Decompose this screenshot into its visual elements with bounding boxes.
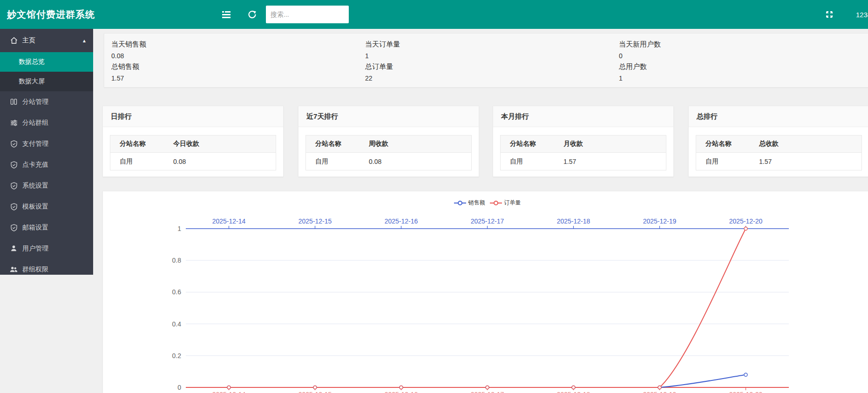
svg-text:2025-12-15: 2025-12-15 bbox=[298, 391, 332, 393]
sidebar-nav: 主页 ▲ 数据总览 数据大屏 分站管理 分站群组 支付管理 bbox=[0, 29, 93, 275]
ranking-table-header: 分站名称 月收款 bbox=[501, 136, 666, 153]
col-site-name: 分站名称 bbox=[501, 140, 563, 148]
shield-check-icon bbox=[10, 161, 18, 169]
sales-orders-line-chart: 00.20.40.60.812025-12-142025-12-152025-1… bbox=[103, 191, 868, 393]
table-row: 自用 0.08 bbox=[306, 153, 471, 170]
sidebar-item-label: 用户管理 bbox=[22, 244, 48, 253]
sidebar-item-label: 分站群组 bbox=[22, 119, 48, 127]
col-site-name: 分站名称 bbox=[306, 140, 369, 148]
sliders-icon bbox=[10, 119, 18, 127]
top-header: 妙文馆付费进群系统 12345 bbox=[0, 0, 868, 29]
cell-amount: 1.57 bbox=[759, 158, 861, 165]
sidebar-item-label: 系统设置 bbox=[22, 182, 48, 190]
cell-site-name: 自用 bbox=[110, 157, 173, 166]
sidebar-item-payment-manage[interactable]: 支付管理 bbox=[0, 133, 93, 154]
cell-amount: 1.57 bbox=[563, 158, 666, 165]
stat-total-orders: 总订单量 22 bbox=[365, 61, 619, 84]
stat-today-new-users: 当天新用户数 0 bbox=[619, 39, 868, 61]
shield-check-icon bbox=[10, 182, 18, 190]
sidebar-subitem-data-overview[interactable]: 数据总览 bbox=[0, 52, 93, 72]
refresh-icon[interactable] bbox=[243, 0, 261, 29]
stat-today-orders: 当天订单量 1 bbox=[365, 39, 619, 61]
svg-text:2025-12-14: 2025-12-14 bbox=[212, 217, 246, 225]
menu-toggle-icon[interactable] bbox=[217, 0, 236, 29]
ranking-table-header: 分站名称 周收款 bbox=[306, 136, 471, 153]
sidebar-item-template-settings[interactable]: 模板设置 bbox=[0, 196, 93, 217]
stat-total-users: 总用户数 1 bbox=[619, 61, 868, 84]
cell-site-name: 自用 bbox=[501, 157, 563, 166]
col-site-name: 分站名称 bbox=[696, 140, 759, 148]
stat-label: 当天销售额 bbox=[111, 39, 365, 49]
col-amount: 周收款 bbox=[369, 140, 471, 148]
stat-label: 当天订单量 bbox=[365, 39, 619, 49]
ranking-card-daily: 日排行 分站名称 今日收款 自用 0.08 bbox=[102, 106, 284, 177]
svg-text:2025-12-19: 2025-12-19 bbox=[643, 217, 677, 225]
ranking-card-total: 总排行 分站名称 总收款 自用 1.57 bbox=[688, 106, 868, 177]
sidebar-subitem-label: 数据总览 bbox=[19, 58, 45, 66]
sidebar-subitem-data-screen[interactable]: 数据大屏 bbox=[0, 72, 93, 91]
sidebar-item-home[interactable]: 主页 ▲ bbox=[0, 29, 93, 52]
sidebar-subitem-label: 数据大屏 bbox=[19, 77, 45, 86]
cell-amount: 0.08 bbox=[369, 158, 471, 165]
ranking-table: 分站名称 今日收款 自用 0.08 bbox=[110, 135, 276, 170]
fullscreen-icon[interactable] bbox=[820, 0, 839, 29]
sidebar-item-mail-settings[interactable]: 邮箱设置 bbox=[0, 217, 93, 238]
svg-text:2025-12-19: 2025-12-19 bbox=[643, 391, 677, 393]
svg-text:0.8: 0.8 bbox=[172, 257, 182, 264]
ranking-card-7days: 近7天排行 分站名称 周收款 自用 0.08 bbox=[298, 106, 479, 177]
sidebar-item-substation-manage[interactable]: 分站管理 bbox=[0, 91, 93, 112]
chevron-up-icon: ▲ bbox=[82, 38, 87, 43]
sidebar-item-substation-groups[interactable]: 分站群组 bbox=[0, 112, 93, 133]
svg-text:0.2: 0.2 bbox=[172, 352, 182, 359]
svg-text:2025-12-14: 2025-12-14 bbox=[212, 391, 246, 393]
stat-total-sales: 总销售额 1.57 bbox=[111, 61, 365, 84]
ranking-card-title: 日排行 bbox=[103, 106, 283, 127]
username[interactable]: 12345 bbox=[856, 0, 868, 29]
stat-label: 总销售额 bbox=[111, 61, 365, 72]
ranking-table: 分站名称 总收款 自用 1.57 bbox=[696, 135, 862, 170]
ranking-card-month: 本月排行 分站名称 月收款 自用 1.57 bbox=[493, 106, 674, 177]
stat-value: 1.57 bbox=[111, 74, 365, 83]
ranking-table: 分站名称 周收款 自用 0.08 bbox=[305, 135, 472, 170]
panels-icon bbox=[10, 98, 18, 106]
app-title: 妙文馆付费进群系统 bbox=[7, 0, 95, 29]
stat-value: 1 bbox=[619, 74, 868, 83]
col-amount: 今日收款 bbox=[173, 140, 276, 148]
user-icon bbox=[10, 244, 18, 252]
ranking-card-title: 总排行 bbox=[689, 106, 868, 127]
svg-text:2025-12-15: 2025-12-15 bbox=[298, 217, 332, 225]
col-amount: 总收款 bbox=[759, 140, 861, 148]
svg-text:2025-12-16: 2025-12-16 bbox=[385, 217, 418, 225]
svg-text:2025-12-17: 2025-12-17 bbox=[471, 391, 504, 393]
shield-check-icon bbox=[10, 203, 18, 210]
svg-text:2025-12-18: 2025-12-18 bbox=[557, 217, 590, 225]
sidebar-item-label: 邮箱设置 bbox=[22, 224, 48, 232]
col-amount: 月收款 bbox=[563, 140, 666, 148]
sidebar-item-label: 主页 bbox=[22, 36, 35, 45]
users-icon bbox=[10, 265, 18, 273]
svg-text:0: 0 bbox=[177, 384, 181, 391]
ranking-card-title: 本月排行 bbox=[493, 106, 673, 127]
sidebar-item-user-manage[interactable]: 用户管理 bbox=[0, 238, 93, 259]
ranking-table-header: 分站名称 今日收款 bbox=[110, 136, 276, 153]
ranking-card-title: 近7天排行 bbox=[298, 106, 479, 127]
stat-value: 22 bbox=[365, 74, 619, 83]
svg-text:0.4: 0.4 bbox=[172, 320, 182, 328]
cell-amount: 0.08 bbox=[173, 158, 276, 165]
sidebar-item-label: 模板设置 bbox=[22, 203, 48, 211]
stat-label: 总订单量 bbox=[365, 61, 619, 72]
sidebar-item-group-permissions[interactable]: 群组权限 bbox=[0, 259, 93, 280]
sidebar-item-label: 群组权限 bbox=[22, 265, 48, 274]
cell-site-name: 自用 bbox=[306, 157, 369, 166]
table-row: 自用 0.08 bbox=[110, 153, 276, 170]
sidebar-item-system-settings[interactable]: 系统设置 bbox=[0, 175, 93, 196]
ranking-table-header: 分站名称 总收款 bbox=[696, 136, 861, 153]
shield-check-icon bbox=[10, 224, 18, 231]
sidebar-item-label: 分站管理 bbox=[22, 98, 48, 106]
svg-text:2025-12-16: 2025-12-16 bbox=[385, 391, 418, 393]
sidebar-item-card-recharge[interactable]: 点卡充值 bbox=[0, 154, 93, 175]
svg-text:1: 1 bbox=[177, 225, 181, 232]
stat-value: 0.08 bbox=[111, 51, 365, 61]
search-input[interactable] bbox=[266, 6, 349, 23]
svg-text:2025-12-17: 2025-12-17 bbox=[471, 217, 504, 225]
